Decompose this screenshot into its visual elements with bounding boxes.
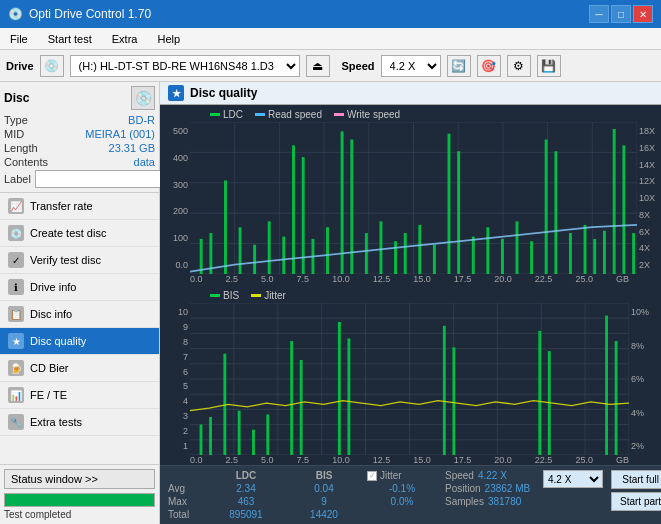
label-input[interactable] bbox=[35, 170, 168, 188]
start-part-button[interactable]: Start part bbox=[611, 492, 661, 511]
svg-rect-31 bbox=[379, 221, 382, 274]
svg-rect-20 bbox=[239, 227, 242, 274]
nav-label-drive-info: Drive info bbox=[30, 281, 76, 293]
nav-items: 📈 Transfer rate 💿 Create test disc ✓ Ver… bbox=[0, 193, 159, 464]
svg-rect-27 bbox=[326, 227, 329, 274]
speed-select[interactable]: 4.2 X bbox=[381, 55, 441, 77]
svg-rect-35 bbox=[433, 245, 436, 274]
top-chart-svg bbox=[190, 122, 637, 274]
svg-rect-40 bbox=[501, 239, 504, 274]
close-button[interactable]: ✕ bbox=[633, 5, 653, 23]
drive-info-icon: ℹ bbox=[8, 279, 24, 295]
svg-rect-19 bbox=[224, 180, 227, 274]
menu-help[interactable]: Help bbox=[151, 32, 186, 46]
sidebar-item-drive-info[interactable]: ℹ Drive info bbox=[0, 274, 159, 301]
status-window-button[interactable]: Status window >> bbox=[4, 469, 155, 489]
jitter-checkbox[interactable]: ✓ bbox=[367, 471, 377, 481]
sidebar-item-create-test-disc[interactable]: 💿 Create test disc bbox=[0, 220, 159, 247]
disc-icon: 💿 bbox=[131, 86, 155, 110]
top-chart-legend: LDC Read speed Write speed bbox=[160, 105, 661, 122]
svg-rect-42 bbox=[530, 241, 533, 274]
start-full-button[interactable]: Start full bbox=[611, 470, 661, 489]
ldc-stats: LDC 2.34 463 895091 bbox=[211, 470, 281, 520]
svg-rect-49 bbox=[613, 129, 616, 274]
svg-rect-75 bbox=[209, 417, 212, 455]
y-axis-right-bottom: 10% 8% 6% 4% 2% bbox=[629, 303, 661, 455]
disc-panel: Disc 💿 Type BD-R MID MEIRA1 (001) Length… bbox=[0, 82, 159, 193]
sidebar-item-fe-te[interactable]: 📊 FE / TE bbox=[0, 382, 159, 409]
svg-rect-25 bbox=[302, 157, 305, 274]
quality-title: Disc quality bbox=[190, 86, 257, 100]
status-area: Status window >> Test completed bbox=[0, 464, 159, 524]
bottom-chart-svg bbox=[190, 303, 629, 455]
sidebar-item-extra-tests[interactable]: 🔧 Extra tests bbox=[0, 409, 159, 436]
avg-label: Avg bbox=[168, 483, 203, 494]
bis-max: 9 bbox=[289, 496, 359, 507]
speed-label: Speed bbox=[342, 60, 375, 72]
svg-rect-46 bbox=[584, 225, 587, 274]
total-label: Total bbox=[168, 509, 203, 520]
svg-rect-36 bbox=[448, 134, 451, 274]
app-icon: 💿 bbox=[8, 7, 23, 21]
bis-stats: BIS 0.04 9 14420 bbox=[289, 470, 359, 520]
type-value: BD-R bbox=[128, 114, 155, 126]
read-speed-legend-dot bbox=[255, 113, 265, 116]
nav-label-create-test-disc: Create test disc bbox=[30, 227, 106, 239]
svg-rect-41 bbox=[516, 221, 519, 274]
contents-key: Contents bbox=[4, 156, 48, 168]
speed-dropdown[interactable]: 4.2 X bbox=[543, 470, 603, 488]
top-chart: 500 400 300 200 100 0.0 bbox=[160, 122, 661, 274]
svg-rect-47 bbox=[593, 239, 596, 274]
menu-file[interactable]: File bbox=[4, 32, 34, 46]
length-value: 23.31 GB bbox=[109, 142, 155, 154]
menu-start-test[interactable]: Start test bbox=[42, 32, 98, 46]
svg-rect-24 bbox=[292, 145, 295, 274]
bis-avg: 0.04 bbox=[289, 483, 359, 494]
contents-value: data bbox=[134, 156, 155, 168]
drive-icon-button[interactable]: 💿 bbox=[40, 55, 64, 77]
svg-rect-84 bbox=[443, 326, 446, 455]
disc-quality-icon: ★ bbox=[8, 333, 24, 349]
nav-label-verify-test-disc: Verify test disc bbox=[30, 254, 101, 266]
sidebar-item-disc-info[interactable]: 📋 Disc info bbox=[0, 301, 159, 328]
create-test-disc-icon: 💿 bbox=[8, 225, 24, 241]
minimize-button[interactable]: ─ bbox=[589, 5, 609, 23]
length-key: Length bbox=[4, 142, 38, 154]
svg-rect-74 bbox=[200, 425, 203, 455]
start-buttons: Start full Start part bbox=[611, 470, 661, 511]
save-button[interactable]: 💾 bbox=[537, 55, 561, 77]
position-stat-label: Position bbox=[445, 483, 481, 494]
action-button2[interactable]: ⚙ bbox=[507, 55, 531, 77]
svg-rect-83 bbox=[347, 338, 350, 455]
svg-rect-89 bbox=[615, 341, 618, 455]
eject-button[interactable]: ⏏ bbox=[306, 55, 330, 77]
refresh-button[interactable]: 🔄 bbox=[447, 55, 471, 77]
svg-rect-44 bbox=[554, 151, 557, 274]
max-label: Max bbox=[168, 496, 203, 507]
maximize-button[interactable]: □ bbox=[611, 5, 631, 23]
svg-rect-37 bbox=[457, 151, 460, 274]
menu-extra[interactable]: Extra bbox=[106, 32, 144, 46]
svg-rect-48 bbox=[603, 231, 606, 274]
sidebar-item-verify-test-disc[interactable]: ✓ Verify test disc bbox=[0, 247, 159, 274]
sidebar: Disc 💿 Type BD-R MID MEIRA1 (001) Length… bbox=[0, 82, 160, 524]
svg-rect-78 bbox=[252, 430, 255, 455]
action-button1[interactable]: 🎯 bbox=[477, 55, 501, 77]
sidebar-item-disc-quality[interactable]: ★ Disc quality bbox=[0, 328, 159, 355]
drive-select[interactable]: (H:) HL-DT-ST BD-RE WH16NS48 1.D3 bbox=[70, 55, 300, 77]
cd-bier-icon: 🍺 bbox=[8, 360, 24, 376]
sidebar-item-cd-bier[interactable]: 🍺 CD Bier bbox=[0, 355, 159, 382]
svg-rect-45 bbox=[569, 233, 572, 274]
nav-label-disc-info: Disc info bbox=[30, 308, 72, 320]
nav-label-transfer-rate: Transfer rate bbox=[30, 200, 93, 212]
speed-position-stats: Speed 4.22 X Position 23862 MB Samples 3… bbox=[445, 470, 535, 507]
sidebar-item-transfer-rate[interactable]: 📈 Transfer rate bbox=[0, 193, 159, 220]
disc-section-label: Disc bbox=[4, 91, 29, 105]
ldc-total: 895091 bbox=[211, 509, 281, 520]
svg-rect-34 bbox=[418, 225, 421, 274]
jitter-total bbox=[367, 509, 437, 520]
speed-selector: 4.2 X bbox=[543, 470, 603, 488]
svg-rect-39 bbox=[486, 227, 489, 274]
speed-stat-label: Speed bbox=[445, 470, 474, 481]
write-speed-legend-dot bbox=[334, 113, 344, 116]
